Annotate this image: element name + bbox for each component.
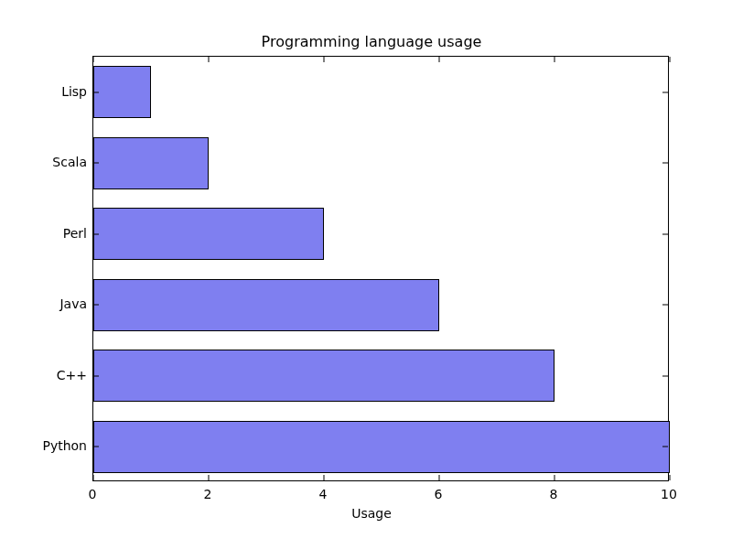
bar-python — [93, 421, 670, 473]
x-tick-label: 0 — [74, 487, 111, 501]
chart-title: Programming language usage — [0, 33, 743, 50]
y-tick-label: Perl — [9, 226, 87, 241]
x-tick-label: 2 — [189, 487, 226, 501]
bar-perl — [93, 208, 324, 260]
y-tick-label: Lisp — [9, 84, 87, 99]
x-tick-label: 6 — [420, 487, 457, 501]
y-tick-label: Scala — [9, 155, 87, 169]
chart-axes — [92, 56, 669, 481]
bar-c- — [93, 350, 555, 402]
y-tick-label: C++ — [9, 368, 87, 382]
bar-lisp — [93, 66, 151, 118]
y-tick-label: Java — [9, 296, 87, 311]
x-axis-label: Usage — [0, 506, 743, 521]
chart-figure: Programming language usage Usage PythonC… — [0, 0, 743, 560]
bar-java — [93, 279, 439, 331]
bar-scala — [93, 137, 209, 189]
x-tick-label: 8 — [535, 487, 572, 501]
x-tick-label: 10 — [651, 487, 687, 501]
x-tick-label: 4 — [305, 487, 341, 501]
y-tick-label: Python — [9, 438, 87, 453]
